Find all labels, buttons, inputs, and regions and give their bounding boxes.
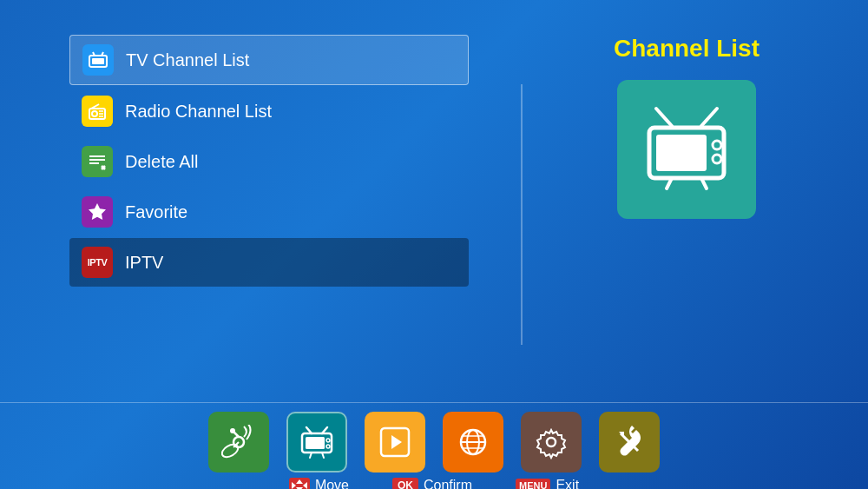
svg-point-44 [547, 438, 556, 446]
tv-icon-box [617, 80, 756, 219]
bottom-icons-row [208, 403, 660, 478]
svg-point-33 [326, 439, 330, 442]
svg-rect-32 [306, 437, 325, 449]
hint-ok: OK Confirm [392, 478, 472, 489]
radio-channel-icon [82, 96, 113, 127]
svg-rect-19 [656, 135, 707, 171]
media-button[interactable] [365, 412, 425, 472]
iptv-label: IPTV [125, 253, 163, 273]
satellite-button[interactable] [208, 412, 269, 472]
radio-channel-list-label: Radio Channel List [125, 102, 272, 122]
hint-menu: MENU Exit [516, 478, 579, 489]
svg-point-45 [539, 430, 563, 454]
menu-label: Exit [556, 478, 579, 489]
settings-button[interactable] [521, 412, 582, 472]
globe-button[interactable] [443, 412, 503, 472]
menu-item-favorite[interactable]: Favorite [69, 188, 469, 236]
svg-rect-3 [92, 58, 104, 64]
menu-item-radio-channel-list[interactable]: Radio Channel List [69, 87, 469, 135]
delete-all-icon [82, 146, 113, 177]
svg-point-34 [326, 445, 330, 448]
favorite-icon [82, 196, 113, 228]
menu-item-iptv[interactable]: IPTV IPTV [69, 238, 469, 287]
hint-move: Move [289, 478, 349, 489]
svg-point-5 [92, 111, 97, 116]
svg-point-20 [713, 141, 721, 149]
delete-all-label: Delete All [125, 152, 199, 172]
svg-marker-49 [296, 479, 303, 484]
left-panel: TV Channel List Radio Channel List [69, 26, 503, 402]
iptv-icon: IPTV [82, 247, 113, 278]
move-badge [289, 478, 310, 489]
svg-point-26 [230, 428, 235, 433]
ok-label: Confirm [424, 478, 472, 489]
ok-badge: OK [392, 478, 418, 489]
divider [521, 84, 523, 345]
svg-marker-47 [292, 482, 296, 489]
menu-list: TV Channel List Radio Channel List [69, 35, 469, 287]
svg-marker-48 [303, 482, 307, 489]
menu-item-tv-channel-list[interactable]: TV Channel List [69, 35, 469, 85]
svg-line-17 [701, 109, 717, 126]
menu-item-delete-all[interactable]: Delete All [69, 137, 469, 186]
right-panel: Channel List [540, 26, 833, 402]
tv-button[interactable] [286, 412, 347, 472]
move-label: Move [315, 478, 349, 489]
bottom-bar: Move OK Confirm MENU Exit [0, 402, 868, 489]
favorite-label: Favorite [125, 202, 187, 222]
svg-marker-38 [391, 435, 402, 449]
bottom-hints: Move OK Confirm MENU Exit [289, 478, 579, 489]
svg-point-21 [713, 155, 721, 163]
tv-channel-icon [82, 44, 114, 76]
svg-line-16 [656, 109, 672, 126]
tv-channel-list-label: TV Channel List [126, 50, 249, 70]
menu-badge: MENU [516, 479, 550, 489]
tools-button[interactable] [599, 412, 660, 472]
channel-list-title: Channel List [614, 35, 760, 63]
svg-marker-15 [89, 203, 106, 220]
